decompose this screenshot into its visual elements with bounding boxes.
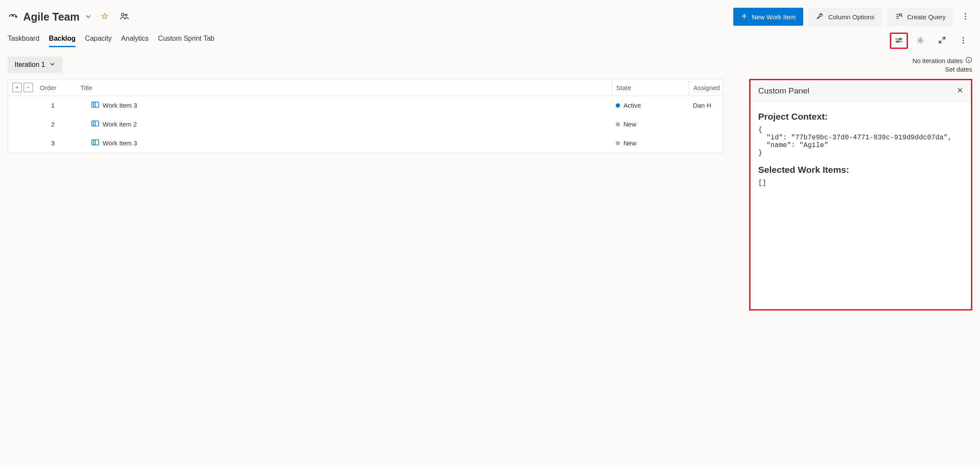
filter-settings-button[interactable] (890, 33, 908, 49)
column-options-label: Column Options (828, 13, 874, 21)
svg-point-0 (121, 13, 124, 16)
panel-selected-heading: Selected Work Items: (758, 165, 963, 175)
svg-point-4 (965, 15, 966, 17)
svg-point-3 (965, 13, 966, 14)
info-icon[interactable] (965, 57, 972, 65)
kebab-icon (962, 37, 964, 45)
row-order: 3 (48, 139, 91, 147)
team-icon (8, 12, 18, 22)
row-order: 1 (48, 102, 91, 109)
column-options-button[interactable]: Column Options (808, 8, 882, 26)
work-item-icon (91, 101, 99, 109)
tab-taskboard[interactable]: Taskboard (8, 35, 39, 47)
table-row[interactable]: 3Work Item 3New (8, 134, 723, 153)
panel-title: Custom Panel (758, 86, 809, 96)
close-icon (957, 87, 963, 95)
collapse-all-button[interactable]: － (24, 83, 33, 92)
svg-point-9 (962, 37, 964, 38)
svg-point-11 (962, 42, 964, 43)
row-title: Work Item 3 (103, 102, 137, 109)
people-icon (120, 12, 129, 21)
work-item-icon (91, 139, 99, 147)
svg-point-6 (899, 38, 901, 39)
tab-backlog[interactable]: Backlog (49, 35, 76, 47)
row-title: Work Item 3 (103, 139, 137, 147)
svg-point-1 (125, 14, 127, 16)
state-dot-icon (616, 141, 620, 145)
work-item-icon (91, 120, 99, 128)
column-header-title[interactable]: Title (80, 80, 611, 96)
expand-icon (938, 36, 946, 45)
gear-icon (916, 36, 924, 45)
no-iteration-dates-label: No iteration dates (912, 57, 963, 64)
column-header-order[interactable]: Order (37, 80, 80, 96)
create-query-label: Create Query (907, 13, 946, 21)
team-selector[interactable]: Agile Team (8, 11, 92, 23)
iteration-label: Iteration 1 (15, 61, 45, 69)
table-row[interactable]: 1Work Item 3ActiveDan H (8, 96, 723, 115)
column-header-assigned[interactable]: Assigned (689, 80, 723, 96)
row-state: Active (623, 102, 641, 109)
people-button[interactable] (118, 10, 131, 24)
create-query-button[interactable]: Create Query (887, 8, 953, 26)
chevron-down-icon (49, 61, 55, 69)
row-state: New (623, 139, 636, 147)
svg-point-8 (920, 39, 922, 41)
sprint-tabs: Taskboard Backlog Capacity Analytics Cus… (8, 35, 215, 47)
sliders-icon (895, 37, 903, 45)
svg-point-5 (965, 18, 966, 19)
panel-close-button[interactable] (957, 87, 963, 96)
row-order: 2 (48, 121, 91, 128)
favorite-button[interactable] (98, 10, 112, 24)
backlog-grid: ＋ － Order Title State Assigned 1Work Ite… (8, 79, 723, 153)
panel-context-json: { "id": "77b7e9bc-37d0-4771-839c-919d9dd… (758, 126, 963, 157)
svg-point-10 (962, 39, 964, 41)
team-title: Agile Team (23, 11, 80, 23)
chevron-down-icon (85, 13, 92, 21)
iteration-selector[interactable]: Iteration 1 (8, 57, 62, 73)
fullscreen-button[interactable] (933, 33, 951, 49)
custom-panel: Custom Panel Project Context: { "id": "7… (749, 79, 972, 310)
panel-context-heading: Project Context: (758, 111, 963, 122)
row-assigned: Dan H (689, 102, 723, 109)
panel-selected-json: [] (758, 179, 963, 187)
new-work-item-button[interactable]: New Work Item (733, 8, 803, 26)
settings-button[interactable] (911, 33, 929, 49)
expand-all-button[interactable]: ＋ (12, 83, 22, 92)
plus-icon (741, 13, 747, 21)
svg-point-7 (897, 40, 898, 42)
tab-capacity[interactable]: Capacity (85, 35, 112, 47)
tab-analytics[interactable]: Analytics (121, 35, 148, 47)
set-dates-link[interactable]: Set dates (912, 66, 972, 73)
wrench-icon (816, 12, 824, 21)
kebab-icon (965, 13, 966, 21)
query-icon (895, 12, 903, 21)
row-state: New (623, 121, 636, 128)
tab-custom-sprint[interactable]: Custom Sprint Tab (158, 35, 214, 47)
table-row[interactable]: 2Work item 2New (8, 115, 723, 134)
state-dot-icon (616, 103, 620, 108)
column-header-state[interactable]: State (611, 80, 689, 96)
state-dot-icon (616, 122, 620, 127)
view-more-button[interactable] (954, 33, 972, 49)
more-actions-button[interactable] (959, 10, 972, 24)
star-icon (101, 12, 109, 21)
row-title: Work item 2 (103, 121, 137, 128)
new-work-item-label: New Work Item (752, 13, 795, 21)
